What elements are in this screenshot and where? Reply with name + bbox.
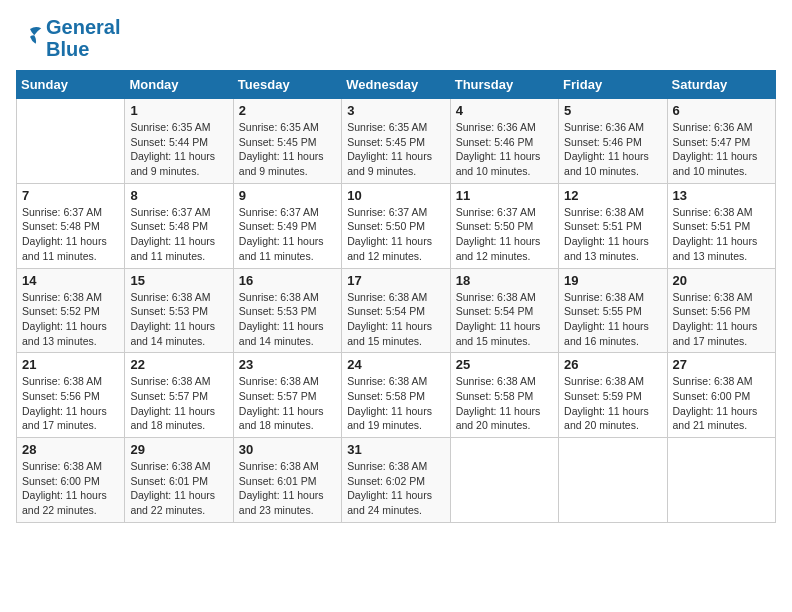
day-number: 7 <box>22 188 119 203</box>
day-number: 17 <box>347 273 444 288</box>
calendar-cell: 17Sunrise: 6:38 AMSunset: 5:54 PMDayligh… <box>342 268 450 353</box>
day-number: 15 <box>130 273 227 288</box>
day-number: 1 <box>130 103 227 118</box>
day-number: 23 <box>239 357 336 372</box>
calendar-cell <box>667 438 775 523</box>
day-number: 2 <box>239 103 336 118</box>
day-info: Sunrise: 6:37 AMSunset: 5:48 PMDaylight:… <box>130 205 227 264</box>
week-row-3: 14Sunrise: 6:38 AMSunset: 5:52 PMDayligh… <box>17 268 776 353</box>
day-info: Sunrise: 6:35 AMSunset: 5:44 PMDaylight:… <box>130 120 227 179</box>
day-info: Sunrise: 6:38 AMSunset: 5:59 PMDaylight:… <box>564 374 661 433</box>
day-number: 18 <box>456 273 553 288</box>
day-number: 9 <box>239 188 336 203</box>
day-info: Sunrise: 6:38 AMSunset: 5:57 PMDaylight:… <box>130 374 227 433</box>
day-header-saturday: Saturday <box>667 71 775 99</box>
day-info: Sunrise: 6:37 AMSunset: 5:48 PMDaylight:… <box>22 205 119 264</box>
calendar-cell: 7Sunrise: 6:37 AMSunset: 5:48 PMDaylight… <box>17 183 125 268</box>
day-number: 6 <box>673 103 770 118</box>
logo-icon <box>16 24 44 48</box>
calendar-cell: 10Sunrise: 6:37 AMSunset: 5:50 PMDayligh… <box>342 183 450 268</box>
day-number: 28 <box>22 442 119 457</box>
day-header-friday: Friday <box>559 71 667 99</box>
calendar-cell <box>17 99 125 184</box>
day-number: 16 <box>239 273 336 288</box>
day-header-monday: Monday <box>125 71 233 99</box>
calendar-cell: 12Sunrise: 6:38 AMSunset: 5:51 PMDayligh… <box>559 183 667 268</box>
day-info: Sunrise: 6:38 AMSunset: 5:53 PMDaylight:… <box>239 290 336 349</box>
day-number: 24 <box>347 357 444 372</box>
calendar-cell <box>450 438 558 523</box>
day-number: 19 <box>564 273 661 288</box>
calendar-cell: 1Sunrise: 6:35 AMSunset: 5:44 PMDaylight… <box>125 99 233 184</box>
day-info: Sunrise: 6:37 AMSunset: 5:49 PMDaylight:… <box>239 205 336 264</box>
day-number: 5 <box>564 103 661 118</box>
day-info: Sunrise: 6:38 AMSunset: 5:51 PMDaylight:… <box>564 205 661 264</box>
day-info: Sunrise: 6:35 AMSunset: 5:45 PMDaylight:… <box>347 120 444 179</box>
logo: General Blue <box>16 16 120 60</box>
calendar-cell: 16Sunrise: 6:38 AMSunset: 5:53 PMDayligh… <box>233 268 341 353</box>
day-header-thursday: Thursday <box>450 71 558 99</box>
day-header-wednesday: Wednesday <box>342 71 450 99</box>
day-number: 4 <box>456 103 553 118</box>
calendar-cell: 23Sunrise: 6:38 AMSunset: 5:57 PMDayligh… <box>233 353 341 438</box>
day-info: Sunrise: 6:37 AMSunset: 5:50 PMDaylight:… <box>347 205 444 264</box>
calendar-cell: 28Sunrise: 6:38 AMSunset: 6:00 PMDayligh… <box>17 438 125 523</box>
day-number: 26 <box>564 357 661 372</box>
day-number: 12 <box>564 188 661 203</box>
day-number: 14 <box>22 273 119 288</box>
day-number: 3 <box>347 103 444 118</box>
day-number: 11 <box>456 188 553 203</box>
day-info: Sunrise: 6:38 AMSunset: 6:01 PMDaylight:… <box>130 459 227 518</box>
day-number: 8 <box>130 188 227 203</box>
calendar-cell: 14Sunrise: 6:38 AMSunset: 5:52 PMDayligh… <box>17 268 125 353</box>
calendar-cell: 15Sunrise: 6:38 AMSunset: 5:53 PMDayligh… <box>125 268 233 353</box>
week-row-5: 28Sunrise: 6:38 AMSunset: 6:00 PMDayligh… <box>17 438 776 523</box>
day-number: 13 <box>673 188 770 203</box>
calendar-cell: 4Sunrise: 6:36 AMSunset: 5:46 PMDaylight… <box>450 99 558 184</box>
calendar-cell: 3Sunrise: 6:35 AMSunset: 5:45 PMDaylight… <box>342 99 450 184</box>
calendar-cell: 24Sunrise: 6:38 AMSunset: 5:58 PMDayligh… <box>342 353 450 438</box>
day-info: Sunrise: 6:37 AMSunset: 5:50 PMDaylight:… <box>456 205 553 264</box>
day-info: Sunrise: 6:38 AMSunset: 5:52 PMDaylight:… <box>22 290 119 349</box>
logo-text: General Blue <box>46 16 120 60</box>
day-number: 25 <box>456 357 553 372</box>
calendar-table: SundayMondayTuesdayWednesdayThursdayFrid… <box>16 70 776 523</box>
calendar-cell: 21Sunrise: 6:38 AMSunset: 5:56 PMDayligh… <box>17 353 125 438</box>
day-info: Sunrise: 6:38 AMSunset: 5:58 PMDaylight:… <box>456 374 553 433</box>
day-header-sunday: Sunday <box>17 71 125 99</box>
calendar-cell: 25Sunrise: 6:38 AMSunset: 5:58 PMDayligh… <box>450 353 558 438</box>
calendar-cell: 11Sunrise: 6:37 AMSunset: 5:50 PMDayligh… <box>450 183 558 268</box>
day-info: Sunrise: 6:38 AMSunset: 5:56 PMDaylight:… <box>673 290 770 349</box>
day-info: Sunrise: 6:38 AMSunset: 6:01 PMDaylight:… <box>239 459 336 518</box>
week-row-1: 1Sunrise: 6:35 AMSunset: 5:44 PMDaylight… <box>17 99 776 184</box>
day-info: Sunrise: 6:36 AMSunset: 5:46 PMDaylight:… <box>456 120 553 179</box>
day-header-tuesday: Tuesday <box>233 71 341 99</box>
calendar-cell: 20Sunrise: 6:38 AMSunset: 5:56 PMDayligh… <box>667 268 775 353</box>
day-info: Sunrise: 6:38 AMSunset: 6:00 PMDaylight:… <box>22 459 119 518</box>
calendar-cell: 27Sunrise: 6:38 AMSunset: 6:00 PMDayligh… <box>667 353 775 438</box>
calendar-cell: 8Sunrise: 6:37 AMSunset: 5:48 PMDaylight… <box>125 183 233 268</box>
day-info: Sunrise: 6:38 AMSunset: 5:51 PMDaylight:… <box>673 205 770 264</box>
page-header: General Blue <box>16 16 776 60</box>
day-number: 22 <box>130 357 227 372</box>
day-info: Sunrise: 6:38 AMSunset: 5:54 PMDaylight:… <box>347 290 444 349</box>
calendar-cell: 5Sunrise: 6:36 AMSunset: 5:46 PMDaylight… <box>559 99 667 184</box>
day-info: Sunrise: 6:38 AMSunset: 5:53 PMDaylight:… <box>130 290 227 349</box>
calendar-cell: 31Sunrise: 6:38 AMSunset: 6:02 PMDayligh… <box>342 438 450 523</box>
calendar-cell: 26Sunrise: 6:38 AMSunset: 5:59 PMDayligh… <box>559 353 667 438</box>
day-info: Sunrise: 6:38 AMSunset: 5:56 PMDaylight:… <box>22 374 119 433</box>
calendar-cell: 18Sunrise: 6:38 AMSunset: 5:54 PMDayligh… <box>450 268 558 353</box>
day-number: 30 <box>239 442 336 457</box>
calendar-cell: 13Sunrise: 6:38 AMSunset: 5:51 PMDayligh… <box>667 183 775 268</box>
calendar-cell: 29Sunrise: 6:38 AMSunset: 6:01 PMDayligh… <box>125 438 233 523</box>
day-info: Sunrise: 6:38 AMSunset: 5:58 PMDaylight:… <box>347 374 444 433</box>
day-info: Sunrise: 6:38 AMSunset: 6:02 PMDaylight:… <box>347 459 444 518</box>
day-number: 27 <box>673 357 770 372</box>
calendar-cell: 22Sunrise: 6:38 AMSunset: 5:57 PMDayligh… <box>125 353 233 438</box>
day-number: 20 <box>673 273 770 288</box>
day-info: Sunrise: 6:36 AMSunset: 5:46 PMDaylight:… <box>564 120 661 179</box>
day-info: Sunrise: 6:38 AMSunset: 6:00 PMDaylight:… <box>673 374 770 433</box>
day-number: 10 <box>347 188 444 203</box>
day-info: Sunrise: 6:38 AMSunset: 5:57 PMDaylight:… <box>239 374 336 433</box>
day-info: Sunrise: 6:38 AMSunset: 5:55 PMDaylight:… <box>564 290 661 349</box>
